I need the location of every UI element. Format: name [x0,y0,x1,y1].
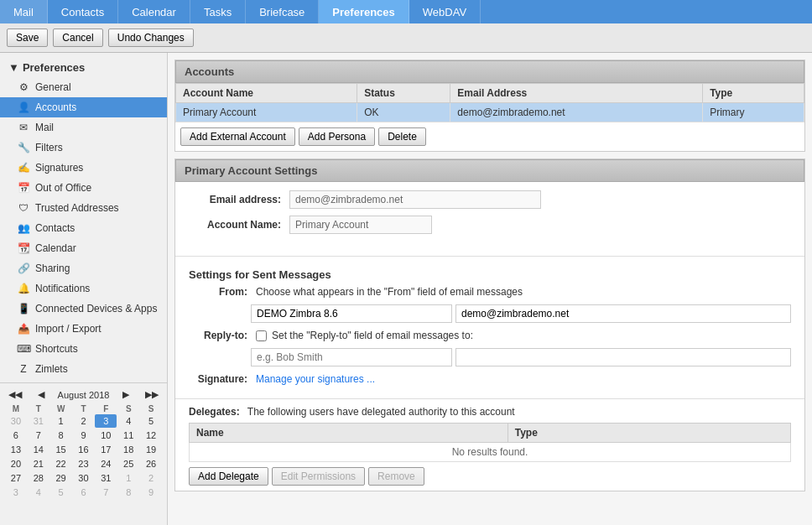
email-input[interactable] [289,190,541,209]
cal-day[interactable]: 3 [95,414,117,428]
cal-day[interactable]: 6 [73,486,95,499]
nav-tab-briefcase[interactable]: Briefcase [246,0,319,23]
cal-day[interactable]: 31 [95,471,117,485]
cal-day[interactable]: 18 [117,443,139,456]
sidebar-item-filters[interactable]: 🔧Filters [0,138,167,158]
undo-changes-button[interactable]: Undo Changes [108,29,194,47]
sidebar-item-trusted-addresses[interactable]: 🛡Trusted Addresses [0,198,167,218]
cancel-button[interactable]: Cancel [53,29,102,47]
cal-day[interactable]: 9 [73,429,95,442]
add-external-account-button[interactable]: Add External Account [180,127,295,146]
cal-day[interactable]: 15 [50,443,72,456]
from-label: From: [189,286,256,298]
add-delegate-button[interactable]: Add Delegate [189,467,268,486]
cal-day[interactable]: 30 [73,471,95,485]
sidebar-item-label: Signatures [35,162,83,174]
cal-day[interactable]: 9 [140,486,162,499]
sidebar-item-shortcuts[interactable]: ⌨Shortcuts [0,339,167,359]
cal-day[interactable]: 2 [140,471,162,485]
cal-day[interactable]: 22 [50,457,72,470]
sidebar-item-out-of-office[interactable]: 📅Out of Office [0,178,167,198]
sidebar-item-contacts[interactable]: 👥Contacts [0,218,167,238]
cal-day[interactable]: 20 [5,457,27,470]
cal-day[interactable]: 4 [28,486,49,499]
reply-email-input[interactable] [455,348,791,366]
table-row[interactable]: Primary AccountOKdemo@zimbrademo.netPrim… [176,103,804,122]
cal-day[interactable]: 4 [117,414,139,428]
sidebar-item-accounts[interactable]: 👤Accounts [0,97,167,117]
cal-day[interactable]: 10 [95,429,117,442]
cal-day[interactable]: 8 [117,486,139,499]
cal-day[interactable]: 23 [73,457,95,470]
cal-day[interactable]: 1 [50,414,72,428]
nav-tab-tasks[interactable]: Tasks [190,0,246,23]
sidebar-item-mail[interactable]: ✉Mail [0,117,167,138]
cal-next-button[interactable]: ▶ [119,388,133,401]
nav-tab-contacts[interactable]: Contacts [48,0,118,23]
sidebar-item-sharing[interactable]: 🔗Sharing [0,258,167,278]
sidebar-item-label: Mail [35,122,54,133]
cal-day[interactable]: 28 [28,471,49,485]
sidebar-item-zimlets[interactable]: ZZimlets [0,359,167,379]
sidebar-item-calendar[interactable]: 📆Calendar [0,238,167,258]
sidebar-item-label: Connected Devices & Apps [35,303,157,314]
cal-day[interactable]: 25 [117,457,139,470]
from-email-input[interactable] [455,304,791,323]
cal-day-header: T [28,404,49,413]
sidebar-item-general[interactable]: ⚙General [0,77,167,97]
nav-tab-preferences[interactable]: Preferences [319,0,409,23]
nav-tab-calendar[interactable]: Calendar [118,0,190,23]
cal-day[interactable]: 29 [50,471,72,485]
no-results-row: No results found. [190,443,791,462]
cal-day[interactable]: 21 [28,457,49,470]
delegates-table: Name Type No results found. [189,423,791,462]
edit-permissions-button[interactable]: Edit Permissions [272,467,365,486]
sidebar-item-signatures[interactable]: ✍Signatures [0,158,167,178]
cal-day[interactable]: 17 [95,443,117,456]
from-name-input[interactable] [251,304,452,323]
cal-day[interactable]: 11 [117,429,139,442]
account-name-input[interactable] [289,216,432,234]
cal-day[interactable]: 30 [5,414,27,428]
from-inputs-row [175,304,804,330]
cal-next-next-button[interactable]: ▶▶ [142,388,162,401]
add-persona-button[interactable]: Add Persona [299,127,375,146]
cal-day[interactable]: 19 [140,443,162,456]
manage-signatures-link[interactable]: Manage your signatures ... [256,373,375,385]
sidebar-item-notifications[interactable]: 🔔Notifications [0,278,167,299]
top-nav: MailContactsCalendarTasksBriefcasePrefer… [0,0,812,23]
cal-day[interactable]: 27 [5,471,27,485]
delete-account-button[interactable]: Delete [378,127,426,146]
cal-day[interactable]: 1 [117,471,139,485]
cal-day[interactable]: 12 [140,429,162,442]
cal-day[interactable]: 26 [140,457,162,470]
import-/-export-icon: 📤 [17,322,30,335]
accounts-table: Account Name Status Email Address Type P… [175,83,804,122]
cal-day[interactable]: 6 [5,429,27,442]
sidebar-item-label: Trusted Addresses [35,202,119,214]
cal-day[interactable]: 31 [28,414,49,428]
sidebar-item-import--export[interactable]: 📤Import / Export [0,319,167,339]
cal-day[interactable]: 14 [28,443,49,456]
cal-prev-button[interactable]: ◀ [34,388,48,401]
cal-day[interactable]: 24 [95,457,117,470]
reply-name-input[interactable] [251,348,452,366]
sidebar: ▼ Preferences ⚙General👤Accounts✉Mail🔧Fil… [0,53,168,525]
sidebar-item-connected-devices--apps[interactable]: 📱Connected Devices & Apps [0,299,167,319]
nav-tab-webdav[interactable]: WebDAV [409,0,481,23]
remove-delegate-button[interactable]: Remove [368,467,424,486]
cal-prev-prev-button[interactable]: ◀◀ [5,388,25,401]
cal-day[interactable]: 5 [140,414,162,428]
cal-day-header: F [95,404,117,413]
cal-day[interactable]: 2 [73,414,95,428]
cal-day[interactable]: 5 [50,486,72,499]
reply-to-checkbox[interactable] [256,330,267,341]
cal-day[interactable]: 7 [28,429,49,442]
save-button[interactable]: Save [7,29,48,47]
cal-day[interactable]: 7 [95,486,117,499]
cal-day[interactable]: 3 [5,486,27,499]
nav-tab-mail[interactable]: Mail [0,0,48,23]
cal-day[interactable]: 13 [5,443,27,456]
cal-day[interactable]: 8 [50,429,72,442]
cal-day[interactable]: 16 [73,443,95,456]
